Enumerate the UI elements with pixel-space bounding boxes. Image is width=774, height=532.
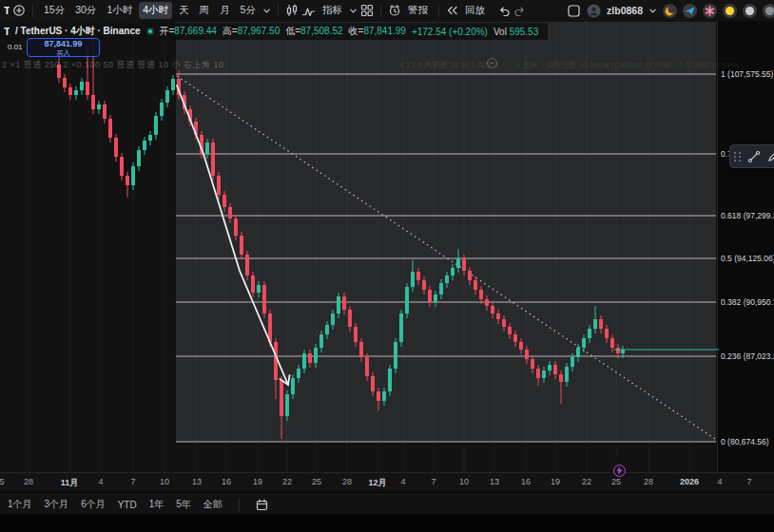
candle-body (462, 258, 466, 271)
candle-body (531, 359, 534, 369)
templates-grid-icon[interactable] (360, 4, 374, 17)
trendline-tool-icon[interactable] (747, 150, 761, 163)
chevron-down-icon[interactable] (262, 7, 271, 15)
username-label[interactable]: zlb0868 (607, 5, 643, 16)
top-toolbar: T 15分 30分 1小时 4小时 天 周 月 5分 指标 (0, 0, 774, 21)
candle-body (280, 380, 283, 416)
time-axis-label: 28 (24, 477, 33, 486)
timeframe-30m-button[interactable]: 30分 (71, 2, 100, 19)
extension-yellow-icon[interactable] (723, 4, 737, 18)
time-axis-label: 19 (253, 477, 262, 486)
timeframe-15m-button[interactable]: 15分 (40, 2, 68, 19)
candle-body (126, 176, 129, 185)
range-1month-button[interactable]: 1个月 (8, 498, 32, 511)
timeframe-1mo-button[interactable]: 月 (216, 2, 234, 19)
candle-body (485, 299, 489, 306)
candle-body (382, 391, 386, 401)
extension-telegram-icon[interactable] (683, 4, 697, 18)
symbol-search-button[interactable]: T (4, 5, 10, 16)
fib-level-label: 0 (80,674.56) (721, 437, 769, 447)
order-quantity-value[interactable]: 0.01 (8, 43, 23, 51)
range-6month-button[interactable]: 6个月 (81, 498, 106, 511)
layout-icon[interactable] (567, 4, 581, 18)
extension-gray-icon[interactable] (743, 4, 757, 18)
candle-body (74, 90, 78, 95)
alerts-button[interactable]: 警报 (404, 2, 432, 19)
candle-body (160, 103, 164, 116)
candle-body (223, 195, 226, 207)
candle-body (445, 276, 449, 283)
candle-body (205, 142, 209, 154)
range-5year-button[interactable]: 5年 (176, 498, 191, 511)
avatar-icon[interactable] (587, 4, 601, 18)
events-lightning-icon[interactable] (613, 465, 626, 477)
range-3month-button[interactable]: 3个月 (45, 498, 69, 511)
time-axis-label: 19 (551, 477, 560, 486)
candle-body (337, 296, 340, 314)
time-axis-label: 13 (192, 477, 202, 486)
watermark-plus-icon: + (487, 58, 497, 68)
timeframe-1d-button[interactable]: 天 (175, 2, 193, 19)
time-axis-label: 28 (342, 477, 352, 486)
candle-body (416, 272, 420, 280)
candle-body (171, 79, 175, 90)
chart-pane[interactable]: T / TetherUS · 4小时 · Binance 开=87,669.44… (0, 21, 774, 472)
candle-body (365, 357, 369, 376)
candle-body (525, 350, 529, 359)
time-axis-label: 7 (746, 477, 751, 486)
time-axis-label: 13 (490, 477, 499, 486)
extension-crescent-icon[interactable] (663, 4, 677, 18)
candle-body (308, 353, 312, 363)
timeframe-1h-button[interactable]: 1小时 (103, 2, 136, 19)
candle-body (605, 329, 609, 338)
timeframe-1w-button[interactable]: 周 (196, 2, 214, 19)
candlestick-chart-type-icon[interactable] (285, 4, 299, 17)
candle-body (137, 150, 141, 166)
drag-handle-icon[interactable] (734, 152, 742, 162)
timeframe-4h-button[interactable]: 4小时 (139, 2, 172, 19)
candlestick-chart (0, 21, 774, 472)
time-axis-label: 16 (222, 477, 231, 486)
redo-arrow-icon[interactable] (513, 5, 527, 17)
indicators-icon[interactable] (301, 5, 316, 17)
watermark-dim-text: 4 1 1 5 内部图 10 30 1 回放 1 (399, 60, 499, 70)
candle-body (240, 236, 243, 255)
range-toolbar: 1个月 3个月 6个月 YTD 1年 5年 全部 (0, 494, 774, 514)
candle-body (428, 290, 432, 302)
candle-body (519, 342, 523, 350)
candle-body (508, 327, 512, 334)
market-status-icon[interactable] (146, 28, 154, 35)
high-label: 高= (223, 26, 238, 36)
alert-clock-icon[interactable] (388, 4, 401, 17)
time-axis[interactable]: 52811月471013161922252812月471013161922252… (0, 472, 774, 491)
toolbar-divider (239, 499, 240, 511)
chevron-down-icon[interactable] (648, 7, 657, 15)
candle-body (559, 374, 563, 382)
candle-body (394, 342, 397, 369)
buy-button[interactable]: 87,841.99 买入 (27, 38, 100, 57)
candle-body (114, 138, 118, 157)
range-1year-button[interactable]: 1年 (149, 498, 164, 511)
goto-date-icon[interactable] (256, 499, 268, 511)
candle-body (565, 367, 569, 382)
compare-add-icon[interactable] (12, 4, 26, 17)
range-ytd-button[interactable]: YTD (118, 500, 137, 510)
range-all-button[interactable]: 全部 (203, 498, 223, 511)
symbol-description[interactable]: / TetherUS · 4小时 · Binance (15, 25, 141, 38)
candle-body (354, 327, 358, 342)
pencil-tool-icon[interactable] (766, 150, 774, 163)
undo-arrow-icon[interactable] (497, 5, 511, 17)
chevron-down-icon[interactable] (349, 7, 358, 15)
extension-cut-icon[interactable] (763, 4, 774, 18)
timeframe-5m-button[interactable]: 5分 (237, 2, 260, 19)
extension-flower-icon[interactable] (703, 4, 717, 18)
replay-button[interactable]: 回放 (461, 2, 489, 19)
replay-rewind-icon[interactable] (446, 5, 458, 16)
candle-body (148, 135, 152, 141)
drawing-floating-toolbar[interactable] (729, 144, 774, 168)
trading-app-window: T 15分 30分 1小时 4小时 天 周 月 5分 指标 (0, 0, 774, 532)
candle-body (97, 104, 101, 109)
indicators-button[interactable]: 指标 (319, 2, 346, 19)
candle-body (422, 280, 426, 290)
high-value: 87,967.50 (238, 26, 281, 36)
